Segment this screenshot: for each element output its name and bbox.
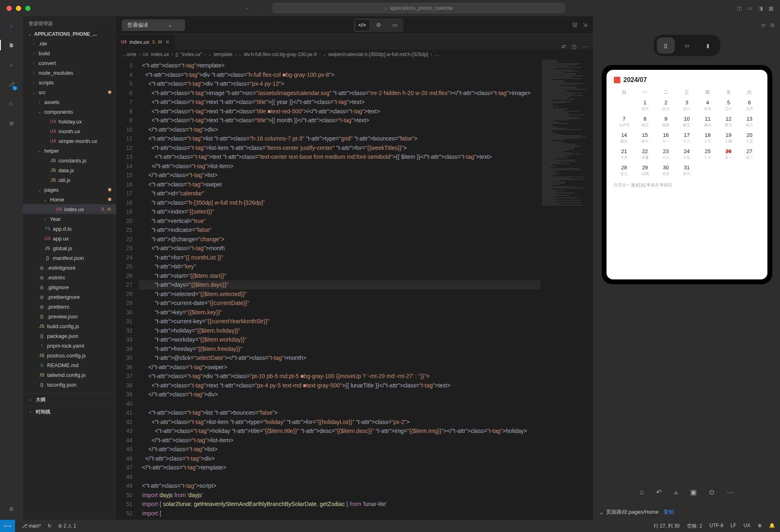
folder-Year[interactable]: ›Year xyxy=(23,214,116,224)
calendar-day[interactable]: 31廿六 xyxy=(676,164,697,177)
calendar-day[interactable]: 4廿九 xyxy=(697,99,718,112)
calendar-day[interactable]: 15初十 xyxy=(635,132,655,144)
git-sync[interactable]: ↻ xyxy=(48,523,52,529)
maximize-window[interactable] xyxy=(25,6,30,11)
layout-primary-icon[interactable]: ◫ xyxy=(737,5,742,11)
nav-forward-icon[interactable]: → xyxy=(256,5,261,11)
calendar-day[interactable]: 20十五 xyxy=(739,132,760,144)
file-.eslintignore[interactable]: ◎.eslintignore xyxy=(23,263,116,272)
calendar-day[interactable] xyxy=(739,164,760,177)
file-month.ux[interactable]: UXmonth.ux xyxy=(23,126,116,136)
calendar-day[interactable]: 27廿二 xyxy=(739,148,760,160)
folder-scripts[interactable]: ›scripts xyxy=(23,78,116,87)
preview-screen[interactable]: 2024/07 日一二三四五六1廿六2廿七3廿八4廿九5三十6六月7七夕节8初三… xyxy=(607,70,767,279)
file-constants.js[interactable]: JSconstants.js xyxy=(23,156,116,165)
calendar-day[interactable]: 13初八 xyxy=(739,116,760,128)
notifications-icon[interactable]: 🔔 xyxy=(769,523,775,530)
calendar-day[interactable]: 14初九 xyxy=(614,132,635,144)
file-global.js[interactable]: JSglobal.js xyxy=(23,243,116,253)
file-index.ux[interactable]: UXindex.ux3, M xyxy=(23,204,116,214)
outline-section[interactable]: ›大纲 xyxy=(23,394,116,406)
settings-view-button[interactable]: ⚙ xyxy=(371,19,386,31)
minimap[interactable] xyxy=(540,59,593,520)
calendar-day[interactable]: 8初三 xyxy=(635,116,655,128)
calendar-day[interactable]: 24十九 xyxy=(676,148,697,160)
calendar-day[interactable]: 22大暑 xyxy=(635,148,655,160)
workspace-root[interactable]: ⌄ APPLICATIONS_PHONE_... xyxy=(23,30,116,39)
calendar-day[interactable]: 25二十 xyxy=(697,148,718,160)
folder-helper[interactable]: ⌄helper xyxy=(23,146,116,156)
file-tailwind.config.js[interactable]: JStailwind.config.js xyxy=(23,370,116,380)
breadcrumb-segment[interactable]: … xyxy=(435,52,440,57)
problems-count[interactable]: ⊘ 2 ⚠ 1 xyxy=(58,523,76,529)
calendar-day[interactable] xyxy=(697,164,718,177)
file-app.d.ts[interactable]: TSapp.d.ts xyxy=(23,224,116,234)
layout-customize-icon[interactable]: ▦ xyxy=(769,5,774,11)
calendar-day[interactable]: 11初六 xyxy=(697,116,718,128)
remote-indicator[interactable]: ⟷ xyxy=(0,520,15,532)
calendar-day[interactable]: 30廿五 xyxy=(655,164,676,177)
folder-src[interactable]: ⌄src xyxy=(23,87,116,97)
more-icon[interactable]: ⋯ xyxy=(727,488,734,497)
tab-index-ux[interactable]: UX index.ux 3, M ✕ xyxy=(116,34,175,50)
cursor-position[interactable]: 行 27, 列 30 xyxy=(654,523,680,530)
folder-pages[interactable]: ⌄pages xyxy=(23,185,116,195)
folder-assets[interactable]: ›assets xyxy=(23,97,116,107)
git-branch[interactable]: ⎇ main* xyxy=(22,523,41,529)
record-icon[interactable]: ⊙ xyxy=(709,488,715,497)
copy-path-link[interactable]: 复制 xyxy=(663,508,674,516)
chevron-down-icon[interactable]: ⌄ xyxy=(599,509,604,515)
device-tablet[interactable]: ▯ xyxy=(657,37,675,54)
code-editor[interactable]: 3456789101112131415161718192021222324252… xyxy=(116,59,593,520)
more-actions-icon[interactable]: ⋯ xyxy=(582,43,587,50)
compile-mode-select[interactable]: 普通编译 ⌄ xyxy=(122,19,185,31)
breadcrumb-segment[interactable]: div.h-full.flex-col.bg-gray-100.px-8 xyxy=(244,52,317,57)
file-pnpm-lock.yaml[interactable]: !pnpm-lock.yaml xyxy=(23,341,116,350)
encoding-info[interactable]: UTF-8 xyxy=(709,523,723,530)
nav-back-icon[interactable]: ← xyxy=(245,5,250,11)
source-control-icon[interactable]: ⎇1 xyxy=(6,79,17,89)
calendar-day[interactable]: 17十二 xyxy=(676,132,697,144)
folder-node_modules[interactable]: ›node_modules xyxy=(23,68,116,78)
calendar-day[interactable]: 1廿六 xyxy=(635,99,655,112)
minimize-window[interactable] xyxy=(16,6,21,11)
folder-convert[interactable]: ›convert xyxy=(23,58,116,68)
close-window[interactable] xyxy=(6,6,12,11)
folder-components[interactable]: ⌄components xyxy=(23,107,116,117)
breadcrumb-segment[interactable]: template xyxy=(214,52,232,57)
breadcrumb-segment[interactable]: swiper#calendar.h-[350dp].w-full.md:h-[3… xyxy=(328,52,428,57)
folder-build[interactable]: ›build xyxy=(23,48,116,58)
file-.gitignore[interactable]: ◎.gitignore xyxy=(23,282,116,292)
file-app.ux[interactable]: UXapp.ux xyxy=(23,234,116,243)
indent-info[interactable]: 空格: 2 xyxy=(687,523,702,530)
calendar-day[interactable]: 23十八 xyxy=(655,148,676,160)
file-.prettierrc[interactable]: ◎.prettierrc xyxy=(23,302,116,311)
breadcrumb[interactable]: …ome›UXindex.ux›{}"index.ux"›⬦template›⬦… xyxy=(116,50,593,59)
file-build.config.js[interactable]: JSbuild.config.js xyxy=(23,321,116,331)
breadcrumb-segment[interactable]: …ome xyxy=(122,52,136,57)
split-editor-icon[interactable]: ◫ xyxy=(572,43,576,50)
timeline-section[interactable]: ›时间线 xyxy=(23,406,116,418)
file-holiday.ux[interactable]: UXholiday.ux xyxy=(23,117,116,126)
layout-sidebar-icon[interactable]: ◨ xyxy=(758,5,763,11)
file-data.js[interactable]: JSdata.js xyxy=(23,165,116,175)
calendar-day[interactable]: 10初五 xyxy=(676,116,697,128)
file-.preview.json[interactable]: {}.preview.json xyxy=(23,311,116,321)
calendar-day[interactable]: 18十三 xyxy=(697,132,718,144)
device-desktop[interactable]: ▭ xyxy=(678,37,696,54)
explorer-icon[interactable]: 🗎 xyxy=(6,40,17,50)
back-button-icon[interactable]: ↶ xyxy=(656,488,662,497)
close-tab-icon[interactable]: ✕ xyxy=(165,39,170,45)
code-content[interactable]: <"t-attr">class="t-tag">template> <"t-at… xyxy=(139,59,540,520)
eol-info[interactable]: LF xyxy=(730,523,736,530)
file-simple-month.ux[interactable]: UXsimple-month.ux xyxy=(23,136,116,146)
device-phone[interactable]: ▮ xyxy=(699,37,717,54)
file-postcss.config.js[interactable]: JSpostcss.config.js xyxy=(23,350,116,360)
save-icon[interactable]: 🖫 xyxy=(572,22,577,28)
calendar-day[interactable] xyxy=(718,164,739,177)
breadcrumb-segment[interactable]: index.ux xyxy=(151,52,169,57)
calendar-day[interactable]: 26廿一 xyxy=(718,148,739,160)
popout-preview-icon[interactable]: ⧉ xyxy=(771,22,774,28)
home-button-icon[interactable]: ⌂ xyxy=(640,488,644,496)
calendar-day[interactable] xyxy=(614,99,635,112)
